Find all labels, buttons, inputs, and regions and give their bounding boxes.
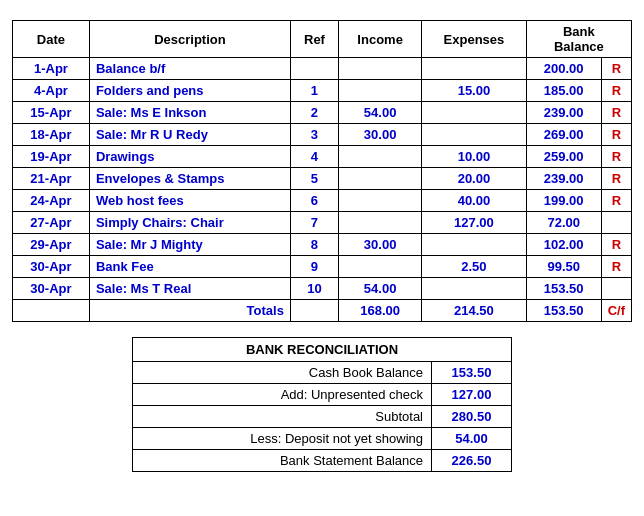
- cell-ref: [290, 58, 338, 80]
- table-row: 1-AprBalance b/f200.00R: [13, 58, 632, 80]
- cell-income: [339, 146, 422, 168]
- totals-mark: C/f: [601, 300, 631, 322]
- table-row: 30-AprSale: Ms T Real1054.00153.50: [13, 278, 632, 300]
- cell-mark: R: [601, 168, 631, 190]
- cell-ref: 3: [290, 124, 338, 146]
- cell-desc: Web host fees: [89, 190, 290, 212]
- cell-expenses: [422, 58, 527, 80]
- cell-date: 30-Apr: [13, 278, 90, 300]
- recon-cell-label: Add: Unpresented check: [133, 384, 432, 406]
- cell-mark: R: [601, 146, 631, 168]
- cell-mark: R: [601, 190, 631, 212]
- cell-expenses: 15.00: [422, 80, 527, 102]
- totals-balance: 153.50: [526, 300, 601, 322]
- totals-row: Totals168.00214.50153.50C/f: [13, 300, 632, 322]
- col-header-income: Income: [339, 21, 422, 58]
- bank-reconciliation-table: BANK RECONCILIATION Cash Book Balance153…: [132, 337, 512, 472]
- cell-ref: 9: [290, 256, 338, 278]
- cell-desc: Sale: Ms E Inkson: [89, 102, 290, 124]
- col-header-date: Date: [13, 21, 90, 58]
- cell-balance: 185.00: [526, 80, 601, 102]
- cell-balance: 239.00: [526, 102, 601, 124]
- table-row: 21-AprEnvelopes & Stamps520.00239.00R: [13, 168, 632, 190]
- cell-income: [339, 190, 422, 212]
- table-row: 4-AprFolders and pens115.00185.00R: [13, 80, 632, 102]
- cell-ref: 8: [290, 234, 338, 256]
- cell-mark: R: [601, 234, 631, 256]
- cell-expenses: [422, 278, 527, 300]
- totals-expenses: 214.50: [422, 300, 527, 322]
- recon-row: Less: Deposit not yet showing54.00: [133, 428, 512, 450]
- cell-ref: 10: [290, 278, 338, 300]
- cell-desc: Sale: Mr J Mighty: [89, 234, 290, 256]
- cell-balance: 199.00: [526, 190, 601, 212]
- cell-expenses: 40.00: [422, 190, 527, 212]
- cell-income: 30.00: [339, 124, 422, 146]
- cell-income: 30.00: [339, 234, 422, 256]
- cell-expenses: [422, 124, 527, 146]
- cell-ref: 4: [290, 146, 338, 168]
- cell-balance: 259.00: [526, 146, 601, 168]
- cash-book-table: Date Description Ref Income Expenses Ban…: [12, 20, 632, 322]
- cell-income: 54.00: [339, 278, 422, 300]
- cell-date: 30-Apr: [13, 256, 90, 278]
- cell-date: 29-Apr: [13, 234, 90, 256]
- cell-balance: 200.00: [526, 58, 601, 80]
- cell-date: 19-Apr: [13, 146, 90, 168]
- recon-cell-label: Bank Statement Balance: [133, 450, 432, 472]
- recon-cell-value: 127.00: [432, 384, 512, 406]
- cell-balance: 269.00: [526, 124, 601, 146]
- cell-income: 54.00: [339, 102, 422, 124]
- cell-date: 21-Apr: [13, 168, 90, 190]
- cell-desc: Drawings: [89, 146, 290, 168]
- table-row: 27-AprSimply Chairs: Chair7127.0072.00: [13, 212, 632, 234]
- cell-balance: 102.00: [526, 234, 601, 256]
- recon-cell-label: Subtotal: [133, 406, 432, 428]
- recon-row: Bank Statement Balance226.50: [133, 450, 512, 472]
- cell-ref: 5: [290, 168, 338, 190]
- col-header-desc: Description: [89, 21, 290, 58]
- cell-mark: [601, 278, 631, 300]
- cell-desc: Bank Fee: [89, 256, 290, 278]
- cell-desc: Folders and pens: [89, 80, 290, 102]
- col-header-ref: Ref: [290, 21, 338, 58]
- cell-income: [339, 256, 422, 278]
- recon-cell-value: 280.50: [432, 406, 512, 428]
- col-header-expenses: Expenses: [422, 21, 527, 58]
- recon-cell-value: 54.00: [432, 428, 512, 450]
- cell-date: 15-Apr: [13, 102, 90, 124]
- recon-row: Subtotal280.50: [133, 406, 512, 428]
- cell-balance: 99.50: [526, 256, 601, 278]
- table-row: 18-AprSale: Mr R U Redy330.00269.00R: [13, 124, 632, 146]
- cell-mark: R: [601, 80, 631, 102]
- cell-income: [339, 58, 422, 80]
- cell-expenses: 2.50: [422, 256, 527, 278]
- cell-income: [339, 212, 422, 234]
- table-row: 30-AprBank Fee92.5099.50R: [13, 256, 632, 278]
- table-row: 29-AprSale: Mr J Mighty830.00102.00R: [13, 234, 632, 256]
- cell-date: 4-Apr: [13, 80, 90, 102]
- cell-expenses: 127.00: [422, 212, 527, 234]
- cell-desc: Balance b/f: [89, 58, 290, 80]
- cell-date: 18-Apr: [13, 124, 90, 146]
- cell-desc: Envelopes & Stamps: [89, 168, 290, 190]
- cell-income: [339, 168, 422, 190]
- table-row: 24-AprWeb host fees640.00199.00R: [13, 190, 632, 212]
- recon-row: Add: Unpresented check127.00: [133, 384, 512, 406]
- col-header-balance: BankBalance: [526, 21, 631, 58]
- cell-mark: [601, 212, 631, 234]
- cell-expenses: 10.00: [422, 146, 527, 168]
- cell-balance: 239.00: [526, 168, 601, 190]
- totals-label: Totals: [89, 300, 290, 322]
- cell-ref: 6: [290, 190, 338, 212]
- cell-mark: R: [601, 58, 631, 80]
- cell-balance: 72.00: [526, 212, 601, 234]
- cell-mark: R: [601, 124, 631, 146]
- cell-mark: R: [601, 256, 631, 278]
- cell-desc: Sale: Mr R U Redy: [89, 124, 290, 146]
- cell-ref: 1: [290, 80, 338, 102]
- cell-desc: Sale: Ms T Real: [89, 278, 290, 300]
- recon-row: Cash Book Balance153.50: [133, 362, 512, 384]
- cell-income: [339, 80, 422, 102]
- totals-date: [13, 300, 90, 322]
